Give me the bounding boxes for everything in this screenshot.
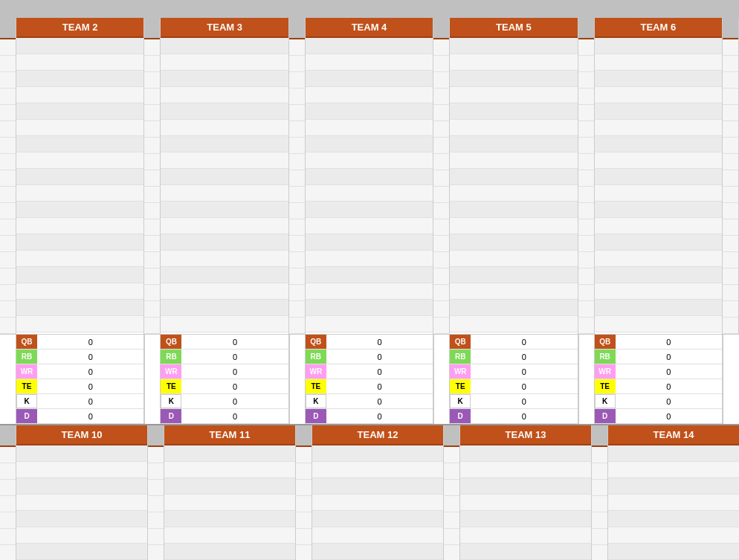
row-num-cell: [578, 285, 594, 301]
stat-value: 0: [326, 353, 433, 361]
stat-value: 0: [181, 382, 288, 391]
stat-value: 0: [471, 412, 577, 421]
stat-label-qb: QB: [161, 335, 181, 349]
team-cell: [595, 251, 722, 267]
team-cell: [608, 527, 739, 544]
team-cell: [608, 495, 739, 511]
team-cell: [161, 87, 288, 103]
row-num-cell: [289, 138, 305, 154]
row-num-cell: [148, 447, 164, 463]
row-num-cell: [148, 463, 164, 480]
team-cell: [312, 544, 443, 560]
stat-value: 0: [181, 397, 288, 406]
team-cell: [16, 103, 143, 120]
stats-col-team-2: QB0RB0WR0TE0K0D0: [16, 335, 144, 424]
team-cell: [595, 234, 722, 251]
row-num-cell: [433, 88, 449, 105]
team-cell: [450, 218, 577, 234]
stat-value: 0: [326, 338, 433, 347]
team-cell: [16, 316, 143, 332]
row-num-cell: [444, 463, 459, 480]
team-cell: [16, 152, 143, 169]
row-num-cell: [723, 170, 738, 187]
team-cell: [608, 478, 739, 495]
row-num-cell: [723, 203, 738, 219]
team-cell: [306, 38, 433, 54]
stat-label-rb: RB: [450, 350, 471, 364]
stat-label-te: TE: [595, 379, 616, 393]
row-num-cell: [289, 170, 305, 187]
row-num-cell: [289, 105, 305, 121]
team-col-team-10: TEAM 10: [16, 425, 148, 560]
row-num-col-sep: [148, 425, 164, 560]
team-cell: [312, 495, 443, 511]
row-num-cell: [0, 105, 16, 121]
stat-row-wr: WR0: [161, 364, 288, 379]
team-cell: [608, 544, 739, 560]
row-num-cell: [592, 545, 607, 560]
stat-value: 0: [616, 412, 722, 421]
team-cell: [164, 478, 295, 495]
row-num-col-left: [0, 18, 16, 334]
row-num-cell: [289, 56, 305, 72]
stat-label-d: D: [161, 409, 181, 423]
stat-label-k: K: [595, 394, 616, 408]
row-num-cell: [433, 236, 449, 252]
row-num-cell: [0, 285, 16, 301]
team-col-team-14: TEAM 14: [608, 425, 739, 560]
row-num-cell: [433, 154, 449, 170]
team-cell: [161, 38, 288, 54]
row-num-cell: [289, 121, 305, 138]
row-num-cell: [0, 545, 16, 560]
stat-label-wr: WR: [595, 364, 616, 379]
row-num-cell: [289, 219, 305, 236]
team-cell: [450, 87, 577, 103]
stat-value: 0: [326, 367, 433, 376]
team-cell: [460, 445, 591, 462]
row-num-cell: [289, 268, 305, 285]
stat-row-d: D0: [306, 409, 433, 424]
stat-value: 0: [326, 397, 433, 406]
draft-board: TEAM 2TEAM 3TEAM 4TEAM 5TEAM 6 QB0RB0WR0…: [0, 0, 739, 560]
row-num-cell: [578, 187, 594, 203]
team-header-team-11: TEAM 11: [164, 425, 295, 445]
row-num-cell: [289, 318, 305, 334]
team-cell: [460, 462, 591, 478]
stat-row-qb: QB0: [16, 335, 143, 350]
stat-label-wr: WR: [306, 364, 326, 379]
row-num-cell: [592, 512, 607, 529]
stats-col-team-5: QB0RB0WR0TE0K0D0: [450, 335, 578, 424]
row-num-cell: [433, 268, 449, 285]
row-num-cell: [578, 203, 594, 219]
row-num-cell: [433, 219, 449, 236]
row-num-cell: [289, 285, 305, 301]
stat-label-te: TE: [161, 379, 181, 393]
stat-row-k: K0: [450, 394, 577, 409]
team-cell: [608, 445, 739, 462]
team-col-team-6: TEAM 6: [595, 18, 723, 334]
team-cell: [161, 300, 288, 316]
row-num-cell: [144, 318, 160, 334]
team-cell: [595, 169, 722, 185]
row-num-cell: [144, 88, 160, 105]
row-num-cell: [0, 39, 16, 56]
team-cell: [16, 283, 143, 300]
row-num-cell: [289, 236, 305, 252]
stats-sep-col: [144, 335, 161, 424]
team-cell: [450, 38, 577, 54]
team-cell: [16, 185, 143, 202]
row-num-cell: [433, 121, 449, 138]
team-cell: [595, 120, 722, 136]
row-num-col-sep: [723, 18, 739, 334]
row-num-cell: [148, 512, 164, 529]
team-cell: [16, 202, 143, 218]
team-cell: [608, 511, 739, 527]
team-cell: [312, 511, 443, 527]
team-cell: [161, 136, 288, 152]
stat-value: 0: [181, 412, 288, 421]
stats-col-team-4: QB0RB0WR0TE0K0D0: [306, 335, 433, 424]
team-header-team-6: TEAM 6: [595, 18, 722, 38]
team-cell: [306, 152, 433, 169]
stat-value: 0: [471, 338, 577, 347]
stats-sep-col: [578, 335, 595, 424]
